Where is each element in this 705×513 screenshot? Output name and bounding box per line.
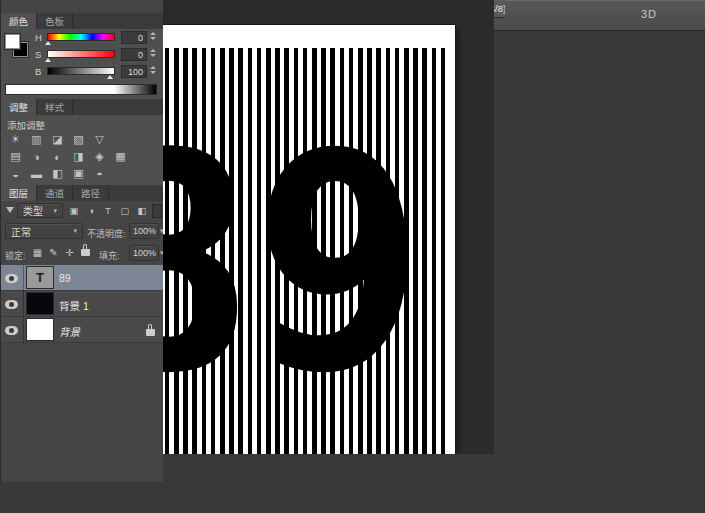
hue-stepper[interactable] <box>150 32 156 40</box>
filter-funnel-icon <box>6 207 14 213</box>
filter-switch-icon[interactable] <box>152 204 162 218</box>
layer-name[interactable]: 背景 <box>59 324 80 339</box>
brightness-slider[interactable] <box>47 67 115 75</box>
vibrance-icon[interactable]: ▽ <box>91 132 108 147</box>
tab-color[interactable]: 颜色 <box>1 13 37 29</box>
color-ramp[interactable] <box>5 84 157 95</box>
layer-thumbnail[interactable] <box>27 293 53 314</box>
selective-color-icon[interactable]: ◓ <box>91 166 108 181</box>
exposure-icon[interactable]: ▧ <box>70 132 87 147</box>
layer-row-background[interactable]: 背景 <box>1 317 163 343</box>
photoshop-window: T ▾ 思源黑体 CN ▾ Heavy ▾ T↕ 400 点 ▾ aa 无 ▾ <box>0 0 705 513</box>
layer-row-89[interactable]: T 89 <box>1 265 163 291</box>
filter-pixel-layers-icon[interactable]: ▣ <box>67 204 81 217</box>
fill-value: 100% <box>133 248 156 258</box>
brightness-contrast-icon[interactable]: ☀ <box>7 132 24 147</box>
eye-icon[interactable] <box>5 274 18 283</box>
adjustments-panel-body: 添加调整 ☀ ▥ ◪ ▧ ▽ ▤ ◑ ◐ ◨ ◈ ▦ ◒ ▬ ◧ ▣ ◓ <box>1 115 163 185</box>
filter-type-layers-icon[interactable]: T <box>101 204 115 217</box>
tab-styles[interactable]: 样式 <box>37 99 73 115</box>
lock-transparency-icon[interactable]: ▦ <box>31 246 44 259</box>
hue-saturation-icon[interactable]: ▤ <box>7 149 24 164</box>
panel-dock: 颜色 色板 H 0 S 0 B 100 调整 样式 <box>0 0 163 482</box>
hue-value-field[interactable]: 0 <box>121 31 147 44</box>
layers-panel-body: 类型 ▾ ▣ ◑ T ▢ ◧ 正常 ▾ 不透明度: 100% ▾ 锁定: ▦ ✎… <box>1 201 163 482</box>
photo-filter-icon[interactable]: ◨ <box>70 149 87 164</box>
saturation-stepper[interactable] <box>150 49 156 57</box>
filter-smart-objects-icon[interactable]: ◧ <box>135 204 149 217</box>
eye-icon[interactable] <box>5 326 18 335</box>
curves-icon[interactable]: ◪ <box>49 132 66 147</box>
layers-panel-header: 图层 通道 路径 <box>1 185 163 202</box>
filter-shape-layers-icon[interactable]: ▢ <box>118 204 132 217</box>
lock-position-icon[interactable]: ✛ <box>63 246 76 259</box>
layer-row-bg1[interactable]: 背景 1 <box>1 291 163 317</box>
threshold-icon[interactable]: ◧ <box>49 166 66 181</box>
visibility-cell[interactable] <box>1 265 24 291</box>
chevron-down-icon: ▾ <box>53 207 57 215</box>
gradient-map-icon[interactable]: ▣ <box>70 166 87 181</box>
filter-type-value: 类型 <box>23 203 43 218</box>
saturation-value-field[interactable]: 0 <box>121 48 147 61</box>
levels-icon[interactable]: ▥ <box>28 132 45 147</box>
adjustments-panel-header: 调整 样式 <box>1 99 163 116</box>
blend-mode-select[interactable]: 正常 ▾ <box>5 223 83 239</box>
visibility-cell[interactable] <box>1 291 24 317</box>
invert-icon[interactable]: ◒ <box>7 166 24 181</box>
brightness-label: B <box>35 66 41 77</box>
layer-thumbnail[interactable] <box>27 319 53 340</box>
brightness-value-field[interactable]: 100 <box>121 65 147 78</box>
chevron-down-icon: ▾ <box>160 227 163 235</box>
brightness-stepper[interactable] <box>150 66 156 74</box>
hue-label: H <box>35 32 42 43</box>
filter-adjustment-layers-icon[interactable]: ◑ <box>84 204 98 217</box>
saturation-slider-handle[interactable] <box>45 58 51 62</box>
color-panel-body: H 0 S 0 B 100 <box>1 29 163 99</box>
hue-slider[interactable] <box>47 33 115 41</box>
add-adjustment-label: 添加调整 <box>7 118 45 132</box>
tab-channels[interactable]: 通道 <box>37 185 73 201</box>
blend-mode-value: 正常 <box>11 224 31 239</box>
layer-name[interactable]: 背景 1 <box>59 298 89 313</box>
opacity-value: 100% <box>133 226 156 236</box>
opacity-field[interactable]: 100% ▾ <box>129 223 159 239</box>
black-white-icon[interactable]: ◐ <box>49 149 66 164</box>
lock-label: 锁定: <box>5 249 26 262</box>
color-balance-icon[interactable]: ◑ <box>28 149 45 164</box>
channel-mixer-icon[interactable]: ◈ <box>91 149 108 164</box>
lock-pixels-icon[interactable]: ✎ <box>47 246 60 259</box>
hue-slider-handle[interactable] <box>45 41 51 45</box>
fill-field[interactable]: 100% ▾ <box>129 245 159 261</box>
foreground-color-swatch[interactable] <box>5 34 20 49</box>
layer-name[interactable]: 89 <box>59 272 71 284</box>
lock-icon <box>146 329 155 336</box>
color-lookup-icon[interactable]: ▦ <box>112 149 129 164</box>
chevron-down-icon: ▾ <box>160 249 163 257</box>
lock-all-icon[interactable] <box>81 249 90 256</box>
tab-swatches[interactable]: 色板 <box>37 13 73 29</box>
workspace-3d-button[interactable]: 3D <box>641 8 657 20</box>
layer-filter-type-select[interactable]: 类型 ▾ <box>17 203 63 218</box>
tab-adjustments[interactable]: 调整 <box>1 99 37 115</box>
posterize-icon[interactable]: ▬ <box>28 166 45 181</box>
color-panel-header: 颜色 色板 <box>1 13 163 30</box>
visibility-cell[interactable] <box>1 317 24 343</box>
brightness-slider-handle[interactable] <box>107 75 113 79</box>
saturation-slider[interactable] <box>47 50 115 58</box>
saturation-label: S <box>35 49 41 60</box>
eye-icon[interactable] <box>5 300 18 309</box>
text-layer-thumbnail[interactable]: T <box>27 267 53 288</box>
opacity-label: 不透明度: <box>87 227 126 240</box>
tab-paths[interactable]: 路径 <box>73 185 109 201</box>
tab-layers[interactable]: 图层 <box>1 185 37 201</box>
fill-label: 填充: <box>99 249 120 262</box>
chevron-down-icon: ▾ <box>73 227 77 235</box>
